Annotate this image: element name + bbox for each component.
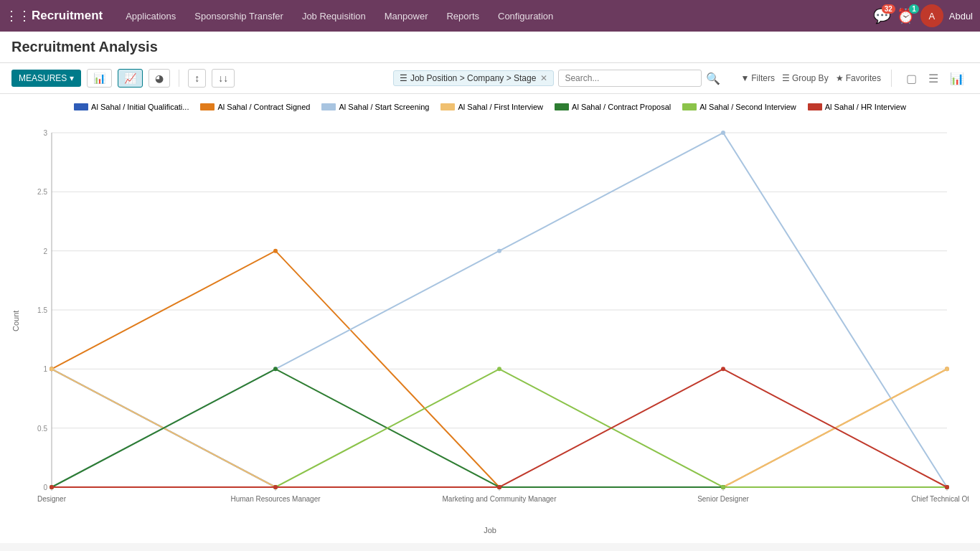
chart-inner: 00.511.522.53DesignerHuman Resources Man… <box>23 118 969 523</box>
nav-configuration[interactable]: Configuration <box>489 5 562 27</box>
nav-job-requisition[interactable]: Job Requisition <box>293 5 374 27</box>
sort-desc-button[interactable]: ↓↓ <box>212 69 235 88</box>
line-chart-svg: 00.511.522.53DesignerHuman Resources Man… <box>23 118 969 523</box>
filter-icon: ☰ <box>400 73 407 83</box>
svg-text:2.5: 2.5 <box>37 188 47 196</box>
toolbar-right: ▼ Filters ☰ Group By ★ Favorites ▢ ☰ 📊 <box>740 70 969 88</box>
grid-menu-icon[interactable]: ⋮⋮ <box>7 5 29 27</box>
groupby-label: Group By <box>792 73 829 83</box>
svg-text:1: 1 <box>43 365 47 373</box>
pie-chart-button[interactable]: ◕ <box>149 69 170 88</box>
username: Abdul <box>949 11 973 22</box>
page-title: Recruitment Analysis <box>11 39 969 55</box>
measures-dropdown-icon: ▾ <box>70 73 74 83</box>
chart-container: Count 00.511.522.53DesignerHuman Resourc… <box>11 118 969 523</box>
bar-chart-button[interactable]: 📊 <box>87 69 112 88</box>
legend-item: Al Sahal / Contract Signed <box>200 103 310 111</box>
favorites-label: Favorites <box>846 73 881 83</box>
svg-text:Designer: Designer <box>37 495 67 503</box>
svg-point-41 <box>50 367 54 371</box>
top-navbar: ⋮⋮ Recruitment Applications Sponsorship … <box>0 0 980 32</box>
svg-point-60 <box>945 485 949 489</box>
view-toggle: ▢ ☰ 📊 <box>902 70 969 88</box>
tasks-badge: 1 <box>909 4 919 14</box>
svg-point-38 <box>497 249 501 253</box>
nav-manpower[interactable]: Manpower <box>376 5 437 27</box>
svg-text:Human Resources Manager: Human Resources Manager <box>230 495 321 503</box>
svg-text:1.5: 1.5 <box>37 306 47 314</box>
filters-action[interactable]: ▼ Filters <box>740 73 775 83</box>
separator-1 <box>179 70 179 87</box>
topnav-right: 💬 32 ⏰ 1 A Abdul <box>873 4 973 27</box>
chart-area: Al Sahal / Initial Qualificati...Al Saha… <box>0 94 980 543</box>
svg-text:Marketing and Community Manage: Marketing and Community Manager <box>443 495 557 503</box>
svg-point-39 <box>721 131 725 135</box>
brand-name: Recruitment <box>32 9 103 23</box>
chat-badge: 32 <box>882 4 895 14</box>
list-view-btn[interactable]: ☰ <box>924 70 943 88</box>
groupby-action[interactable]: ☰ Group By <box>782 73 829 83</box>
legend-item: Al Sahal / First Interview <box>440 103 543 111</box>
toolbar: MEASURES ▾ 📊 📈 ◕ ↕ ↓↓ ☰ Job Position > C… <box>0 63 980 94</box>
nav-reports[interactable]: Reports <box>438 5 488 27</box>
measures-label: MEASURES <box>19 73 67 83</box>
star-icon: ★ <box>836 73 844 83</box>
svg-text:Senior Designer: Senior Designer <box>697 495 749 503</box>
measures-button[interactable]: MEASURES ▾ <box>11 70 81 87</box>
nav-links: Applications Sponsorship Transfer Job Re… <box>117 5 870 27</box>
clock-icon-btn[interactable]: ⏰ 1 <box>897 7 915 24</box>
chart-view-btn[interactable]: 📊 <box>946 70 969 88</box>
y-axis-label: Count <box>11 118 20 523</box>
sort-asc-button[interactable]: ↕ <box>188 69 206 88</box>
chat-icon-btn[interactable]: 💬 32 <box>873 7 891 24</box>
svg-text:0: 0 <box>43 484 47 491</box>
filter-close-icon[interactable]: ✕ <box>540 73 547 83</box>
svg-text:2: 2 <box>43 248 47 255</box>
page-header: Recruitment Analysis <box>0 32 980 63</box>
filter-funnel-icon: ▼ <box>740 73 749 83</box>
separator-2 <box>891 70 892 87</box>
nav-sponsorship[interactable]: Sponsorship Transfer <box>186 5 292 27</box>
legend-item: Al Sahal / Second Interview <box>682 103 796 111</box>
x-axis-label: Job <box>11 526 969 534</box>
legend-item: Al Sahal / Start Screening <box>321 103 429 111</box>
filter-tag: ☰ Job Position > Company > Stage ✕ <box>393 70 554 86</box>
filter-tag-text: Job Position > Company > Stage <box>410 73 536 83</box>
nav-applications[interactable]: Applications <box>117 5 184 27</box>
svg-point-45 <box>945 367 949 371</box>
svg-point-59 <box>721 367 725 371</box>
svg-point-58 <box>497 485 501 489</box>
groupby-icon: ☰ <box>782 73 790 83</box>
filters-label: Filters <box>751 73 775 83</box>
chart-legend: Al Sahal / Initial Qualificati...Al Saha… <box>11 103 969 111</box>
svg-point-53 <box>497 367 501 371</box>
legend-item: Al Sahal / Contract Proposal <box>555 103 671 111</box>
filter-group: ☰ Job Position > Company > Stage ✕ 🔍 <box>393 70 720 87</box>
svg-point-54 <box>721 485 725 489</box>
svg-text:Chief Technical Officer: Chief Technical Officer <box>911 495 969 503</box>
search-input[interactable] <box>558 70 702 87</box>
line-chart-button[interactable]: 📈 <box>118 69 143 88</box>
favorites-action[interactable]: ★ Favorites <box>836 73 881 83</box>
svg-point-32 <box>273 249 278 253</box>
svg-point-47 <box>273 367 278 371</box>
legend-item: Al Sahal / HR Interview <box>808 103 906 111</box>
svg-text:3: 3 <box>43 129 47 137</box>
search-icon[interactable]: 🔍 <box>706 72 720 85</box>
legend-item: Al Sahal / Initial Qualificati... <box>74 103 189 111</box>
svg-text:0.5: 0.5 <box>37 425 47 433</box>
avatar[interactable]: A <box>920 4 943 27</box>
svg-point-56 <box>50 485 54 489</box>
kanban-view-btn[interactable]: ▢ <box>902 70 921 88</box>
svg-point-57 <box>273 485 278 489</box>
